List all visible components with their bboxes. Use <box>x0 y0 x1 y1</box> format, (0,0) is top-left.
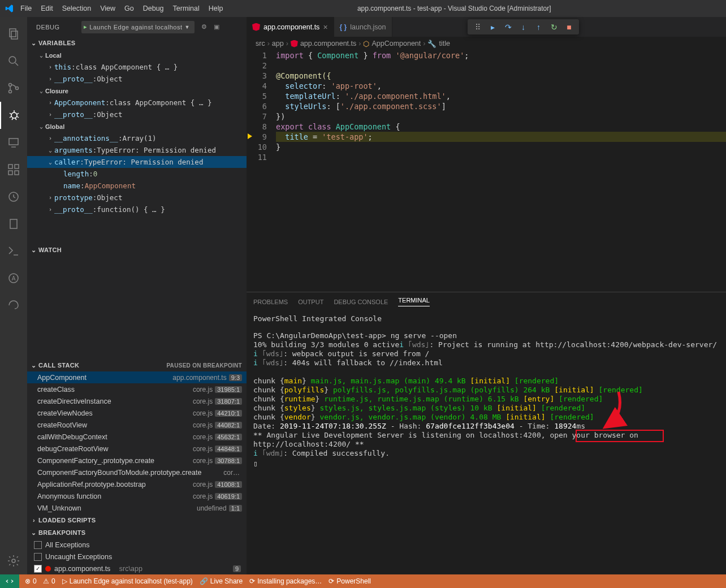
callstack-row[interactable]: Anonymous functioncore.js40619:1 <box>27 490 247 502</box>
grip-icon[interactable]: ⠿ <box>470 19 485 34</box>
step-into-icon[interactable]: ↓ <box>516 19 531 34</box>
var-row[interactable]: ›__proto__: Object <box>27 109 247 120</box>
callstack-row[interactable]: createDirectiveInstancecore.js31807:1 <box>27 395 247 407</box>
callstack-row[interactable]: ApplicationRef.prototype.bootstrapcore.j… <box>27 478 247 490</box>
callstack-row[interactable]: createViewNodescore.js44210:1 <box>27 407 247 419</box>
explorer-icon[interactable] <box>0 20 27 47</box>
menu-go[interactable]: Go <box>120 1 139 16</box>
settings-gear-icon[interactable] <box>0 547 27 574</box>
misc-icon-3[interactable] <box>0 237 27 265</box>
section-watch[interactable]: ⌄WATCH <box>27 244 247 256</box>
panel-tab-problems[interactable]: PROBLEMS <box>253 299 288 305</box>
scope-global[interactable]: ⌄Global <box>27 120 247 132</box>
svg-rect-18 <box>8 171 12 175</box>
var-row[interactable]: ›this: class AppComponent { … } <box>27 61 247 73</box>
menu-debug[interactable]: Debug <box>139 1 168 16</box>
menu-selection[interactable]: Selection <box>58 1 96 16</box>
misc-icon-4[interactable]: A <box>0 265 27 292</box>
debug-icon[interactable] <box>0 102 27 129</box>
panel-tab-terminal[interactable]: TERMINAL <box>398 297 430 306</box>
gear-icon[interactable]: ⚙ <box>201 23 208 31</box>
terminal-line: chunk {main} main.js, main.js.map (main)… <box>253 377 719 386</box>
status-powershell[interactable]: ⟳PowerShell <box>325 574 374 588</box>
restart-icon[interactable]: ↻ <box>546 19 561 34</box>
section-callstack[interactable]: ⌄CALL STACKPAUSED ON BREAKPOINT <box>27 359 247 371</box>
section-variables[interactable]: ⌄VARIABLES <box>27 37 247 49</box>
launch-config-dropdown[interactable]: ▸ Launch Edge against localhost ▼ <box>81 21 195 33</box>
scope-closure[interactable]: ⌄Closure <box>27 85 247 97</box>
menu-edit[interactable]: Edit <box>36 1 58 16</box>
debug-toolbar[interactable]: ⠿ ▸ ↷ ↓ ↑ ↻ ■ <box>468 19 579 34</box>
section-loaded[interactable]: ›LOADED SCRIPTS <box>27 514 247 526</box>
code-source[interactable]: import { Component } from '@angular/core… <box>276 50 726 162</box>
localhost-url[interactable]: http://localhost:4200/ <box>253 440 351 448</box>
panel-tab-output[interactable]: OUTPUT <box>298 299 323 305</box>
status-bar: ⊗0 ⚠0 ▷Launch Edge against localhost (te… <box>0 574 726 588</box>
misc-icon-2[interactable] <box>0 210 27 237</box>
var-row[interactable]: ⌄arguments: TypeError: Permission denied <box>27 144 247 156</box>
status-liveshare[interactable]: 🔗Live Share <box>196 574 246 588</box>
bp-uncaught[interactable]: Uncaught Exceptions <box>27 551 247 563</box>
terminal-title: PowerShell Integrated Console <box>253 314 719 323</box>
bp-file[interactable]: ✓app.component.ts src\app9 <box>27 563 247 574</box>
checkbox-icon[interactable] <box>34 553 42 561</box>
annotation-box <box>576 430 664 442</box>
bp-all-exceptions[interactable]: All Exceptions <box>27 539 247 551</box>
checkbox-checked-icon[interactable]: ✓ <box>34 565 42 573</box>
misc-icon-5[interactable] <box>0 292 27 319</box>
stop-icon[interactable]: ■ <box>561 19 577 34</box>
var-row[interactable]: ›prototype: Object <box>27 192 247 204</box>
tab-launch-json[interactable]: { }launch.json <box>334 17 392 37</box>
status-launch[interactable]: ▷Launch Edge against localhost (test-app… <box>59 574 196 588</box>
var-row[interactable]: length: 0 <box>27 168 247 180</box>
menu-terminal[interactable]: Terminal <box>168 1 204 16</box>
svg-line-12 <box>17 116 19 118</box>
panel-tab-debugconsole[interactable]: DEBUG CONSOLE <box>334 299 388 305</box>
source-control-icon[interactable] <box>0 75 27 102</box>
menu-file[interactable]: File <box>16 1 36 16</box>
svg-point-4 <box>9 84 12 87</box>
misc-icon-1[interactable] <box>0 183 27 210</box>
svg-point-2 <box>9 57 16 63</box>
checkbox-icon[interactable] <box>34 541 42 549</box>
menu-help[interactable]: Help <box>204 1 228 16</box>
callstack-row[interactable]: VM_Unknownundefined1:1 <box>27 502 247 514</box>
callstack-row[interactable]: debugCreateRootViewcore.js44848:1 <box>27 443 247 455</box>
status-installing[interactable]: ⟳Installing packages… <box>246 574 325 588</box>
var-row[interactable]: ›__proto__: Object <box>27 73 247 85</box>
breadcrumb[interactable]: src› app› app.component.ts› ⬡AppComponen… <box>247 37 726 50</box>
callstack-row[interactable]: callWithDebugContextcore.js45632:1 <box>27 431 247 443</box>
var-row[interactable]: name: AppComponent <box>27 180 247 192</box>
var-row[interactable]: ›__proto__: function() { … } <box>27 204 247 215</box>
section-breakpoints[interactable]: ⌄BREAKPOINTS <box>27 526 247 539</box>
status-errors[interactable]: ⊗0 ⚠0 <box>21 574 59 588</box>
svg-line-13 <box>12 118 13 120</box>
var-row[interactable]: ›__annotations__: Array(1) <box>27 132 247 144</box>
search-icon[interactable] <box>0 47 27 75</box>
debug-title: DEBUG <box>36 24 60 31</box>
var-row[interactable]: ⌄caller: TypeError: Permission denied <box>27 156 247 168</box>
step-over-icon[interactable]: ↷ <box>500 19 516 34</box>
callstack-row[interactable]: ComponentFactoryBoundToModule.prototype.… <box>27 466 247 478</box>
step-out-icon[interactable]: ↑ <box>531 19 546 34</box>
callstack-row[interactable]: AppComponentapp.component.ts9:3 <box>27 371 247 383</box>
callstack-row[interactable]: ComponentFactory_.prototype.createcore.j… <box>27 455 247 466</box>
code-editor[interactable]: 1234567891011 import { Component } from … <box>247 50 726 169</box>
menu-bar: File Edit Selection View Go Debug Termin… <box>16 1 228 16</box>
debug-console-icon[interactable]: ▣ <box>214 23 220 31</box>
remote-icon[interactable] <box>0 574 19 588</box>
remote-icon[interactable] <box>0 129 27 156</box>
tab-app-component[interactable]: app.component.ts× <box>247 17 334 37</box>
callstack-row[interactable]: createRootViewcore.js44082:1 <box>27 419 247 431</box>
close-icon[interactable]: × <box>323 23 327 32</box>
terminal-body[interactable]: PowerShell Integrated Console PS C:\Angu… <box>247 311 726 574</box>
terminal-line: i ｢wds｣: 404s will fallback to //index.h… <box>253 358 719 368</box>
chevron-down-icon: ▼ <box>184 24 189 30</box>
extensions-icon[interactable] <box>0 156 27 183</box>
callstack-row[interactable]: createClasscore.js31985:1 <box>27 383 247 395</box>
scope-local[interactable]: ⌄Local <box>27 49 247 61</box>
var-row[interactable]: ›AppComponent: class AppComponent { … } <box>27 97 247 109</box>
menu-view[interactable]: View <box>96 1 120 16</box>
angular-icon <box>291 40 298 47</box>
continue-icon[interactable]: ▸ <box>485 19 500 34</box>
